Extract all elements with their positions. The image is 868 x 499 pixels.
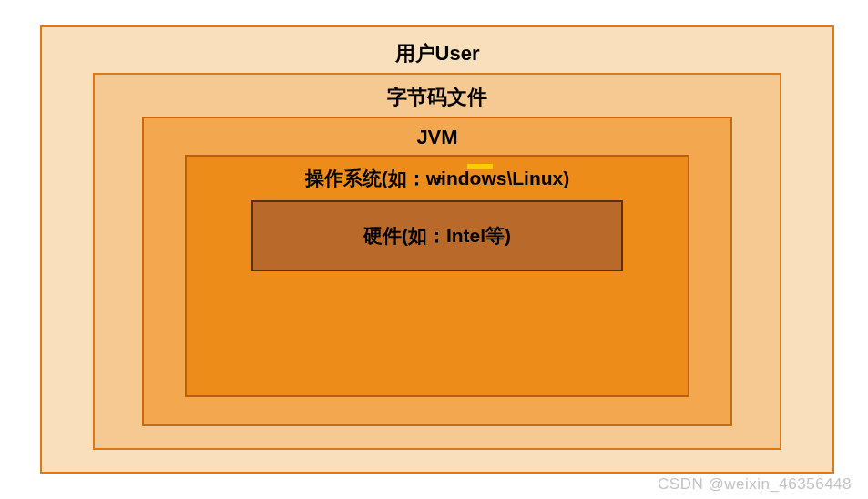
label-user: 用户User: [395, 27, 480, 73]
plus-mark: +: [435, 171, 444, 188]
label-jvm: JVM: [416, 118, 457, 155]
layer-os: 操作系统(如：windows\Linux) 硬件(如：Intel等): [185, 155, 689, 397]
watermark: CSDN @weixin_46356448: [658, 475, 852, 494]
label-hardware: 硬件(如：Intel等): [363, 223, 511, 249]
layer-hardware: 硬件(如：Intel等): [251, 200, 623, 271]
layer-user: 用户User 字节码文件 + JVM 操作系统(如：windows\Linux)…: [40, 25, 834, 474]
label-bytecode: 字节码文件: [387, 75, 487, 117]
layer-jvm: + JVM 操作系统(如：windows\Linux) 硬件(如：Intel等): [142, 117, 732, 426]
accent-bar: [467, 164, 493, 169]
layer-bytecode: 字节码文件 + JVM 操作系统(如：windows\Linux) 硬件(如：I…: [93, 73, 781, 450]
